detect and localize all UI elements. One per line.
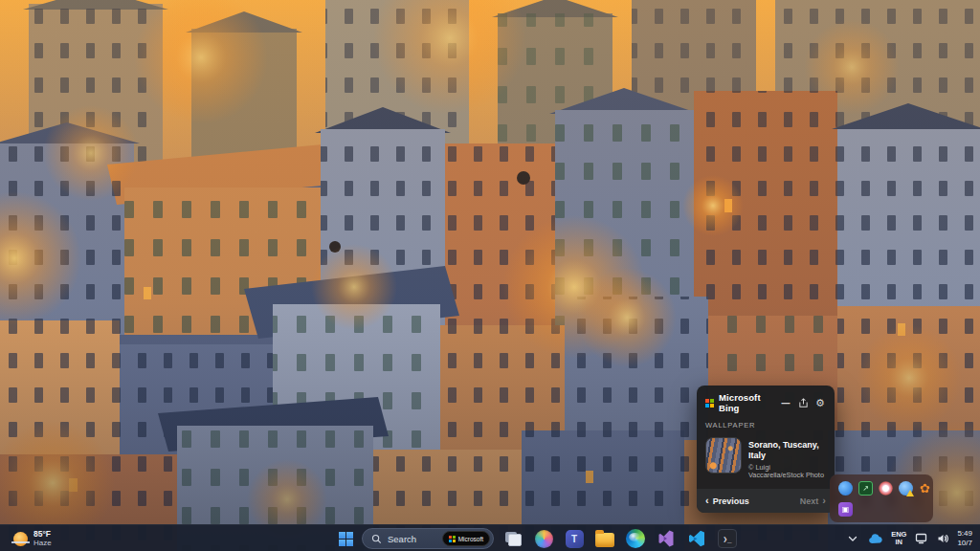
terminal-button[interactable]: ❯_ (716, 527, 739, 550)
search-highlight-badge[interactable]: Microsoft (442, 531, 490, 546)
bing-widget-title: Microsoft Bing (719, 392, 775, 413)
chevron-right-icon: › (822, 496, 826, 506)
taskbar: 85°F Haze Search Microsoft T (0, 524, 980, 551)
minimize-button[interactable]: – (779, 396, 792, 409)
search-placeholder: Search (388, 534, 436, 544)
onedrive-cloud-icon (868, 534, 883, 544)
tray-app-green-icon[interactable]: ↗ (858, 481, 873, 496)
next-label: Next (800, 496, 819, 506)
clock[interactable]: 5:49 10/7 (957, 527, 972, 550)
file-explorer-button[interactable] (593, 527, 616, 550)
vscode-button[interactable] (685, 527, 708, 550)
taskbar-app-icons: T ❯_ (501, 525, 739, 551)
bing-widget-header: Microsoft Bing – ⚙ (697, 386, 835, 415)
tray-app-blue-icon[interactable] (838, 481, 853, 496)
desktop: Microsoft Bing – ⚙ WALLPAPER Sorano, Tus… (0, 0, 980, 551)
network-button[interactable] (913, 527, 928, 550)
tray-app-purple-icon[interactable]: ▣ (838, 502, 853, 517)
chevron-down-icon (848, 536, 858, 542)
edge-button[interactable] (624, 527, 647, 550)
tray-app-cloud-warning-icon[interactable] (899, 481, 913, 496)
volume-button[interactable] (935, 527, 950, 550)
task-view-button[interactable] (501, 527, 524, 550)
tray-overflow-flyout: ↗ ✿ ▣ (830, 474, 933, 522)
settings-gear-button[interactable]: ⚙ (813, 396, 827, 409)
bing-widget-footer: ‹ Previous Next › (697, 489, 835, 513)
weather-widget[interactable]: 85°F Haze (6, 525, 59, 551)
teams-button[interactable]: T (563, 527, 586, 550)
wallpaper-thumbnail[interactable] (705, 437, 742, 474)
clock-date: 10/7 (957, 539, 972, 548)
clock-time: 5:49 (957, 529, 972, 539)
system-tray: ENG IN 5:49 10/7 (845, 525, 980, 551)
vscode-icon (687, 529, 706, 548)
visual-studio-button[interactable] (655, 527, 678, 550)
bing-widget-body: Sorano, Tuscany, Italy © Luigi Vaccarell… (697, 433, 835, 489)
weather-condition: Haze (33, 539, 52, 547)
edge-icon (626, 529, 645, 548)
tray-app-dot-icon[interactable] (879, 481, 893, 496)
language-indicator[interactable]: ENG IN (891, 527, 906, 550)
badge-label: Microsoft (458, 536, 483, 542)
speaker-icon (937, 533, 949, 544)
next-button[interactable]: Next › (800, 496, 826, 506)
previous-label: Previous (713, 496, 749, 506)
microsoft-logo-icon (449, 536, 456, 542)
windows-start-icon (339, 532, 353, 546)
wallpaper-section-label: WALLPAPER (697, 415, 835, 433)
teams-icon: T (566, 530, 584, 548)
search-icon (371, 534, 382, 544)
network-icon (915, 533, 927, 544)
start-button[interactable] (335, 528, 356, 549)
microsoft-logo-icon (705, 399, 714, 408)
language-line2: IN (896, 539, 903, 546)
task-view-icon (505, 532, 522, 546)
terminal-icon: ❯_ (718, 529, 737, 548)
previous-button[interactable]: ‹ Previous (705, 496, 749, 506)
chevron-left-icon: ‹ (705, 496, 709, 506)
weather-temperature: 85°F (33, 530, 52, 540)
wallpaper-title: Sorano, Tuscany, Italy (748, 440, 827, 462)
copilot-button[interactable] (532, 527, 555, 550)
tray-app-orange-flower-icon[interactable]: ✿ (918, 481, 932, 496)
copilot-icon (535, 530, 553, 548)
visual-studio-icon (657, 529, 676, 548)
share-button[interactable] (796, 396, 810, 409)
hazy-sun-icon (13, 532, 28, 546)
file-explorer-icon (595, 533, 614, 547)
onedrive-button[interactable] (867, 527, 884, 550)
bing-wallpaper-widget: Microsoft Bing – ⚙ WALLPAPER Sorano, Tus… (697, 386, 835, 513)
search-box[interactable]: Search Microsoft (362, 528, 494, 549)
tray-chevron-button[interactable] (845, 527, 860, 550)
wallpaper-credit: © Luigi Vaccarella/eStock Photo (748, 464, 827, 481)
